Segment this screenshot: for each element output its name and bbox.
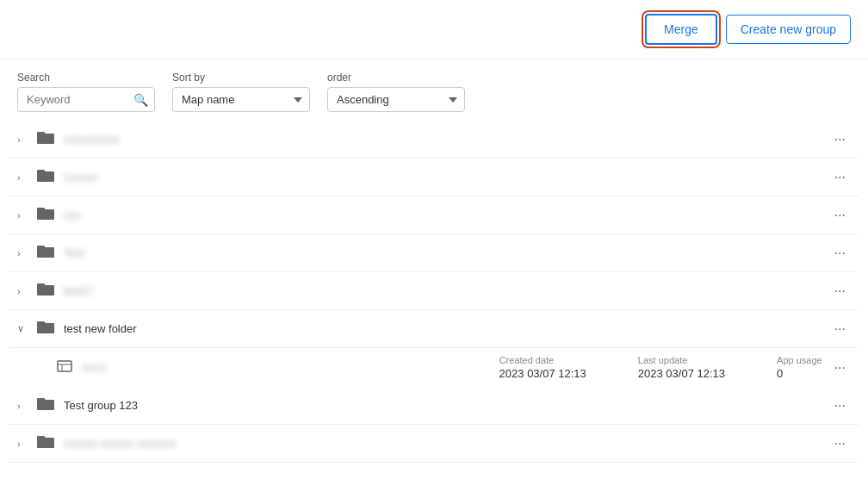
search-input[interactable] xyxy=(17,87,155,112)
item-name: test new folder xyxy=(64,322,822,335)
map-icon xyxy=(55,359,74,377)
sortby-control-group: Sort by Map name Created date Last updat… xyxy=(172,72,310,112)
folder-icon xyxy=(36,395,55,415)
list-item[interactable]: › xxxxxx··· xyxy=(9,159,859,196)
created-date-label: Created date xyxy=(499,355,586,365)
order-control-group: order Ascending Descending xyxy=(327,72,465,112)
chevron-icon: › xyxy=(17,401,31,411)
list-item[interactable]: › Test group 123··· xyxy=(9,387,859,425)
merge-button[interactable]: Merge xyxy=(645,14,717,45)
item-dots-menu[interactable]: ··· xyxy=(829,434,851,453)
item-name: Test group 123 xyxy=(64,399,822,412)
last-update-value: 2023 03/07 12:13 xyxy=(638,367,725,380)
item-name: xxxxxx xyxy=(64,171,822,184)
item-dots-menu[interactable]: ··· xyxy=(829,320,851,339)
app-usage-block: App usage0 xyxy=(777,355,822,380)
list-item[interactable]: › xxx··· xyxy=(9,196,859,234)
app-usage-value: 0 xyxy=(777,367,822,380)
search-label: Search xyxy=(17,72,155,84)
folder-icon xyxy=(36,205,55,225)
item-name: xxxxxx xxxxxx xxxxxxx xyxy=(64,437,822,450)
sortby-select[interactable]: Map name Created date Last update xyxy=(172,87,310,112)
create-new-group-button[interactable]: Create new group xyxy=(726,15,851,44)
top-bar: Merge Create new group xyxy=(0,0,868,59)
created-date-value: 2023 03/07 12:13 xyxy=(499,367,586,380)
item-dots-menu[interactable]: ··· xyxy=(829,168,851,187)
folder-icon xyxy=(36,129,55,149)
last-update-label: Last update xyxy=(638,355,725,365)
order-select[interactable]: Ascending Descending xyxy=(327,87,465,112)
folder-icon xyxy=(36,319,55,339)
folder-icon xyxy=(36,243,55,263)
chevron-icon: › xyxy=(17,134,31,145)
child-dots-menu[interactable]: ··· xyxy=(829,358,851,377)
chevron-icon: › xyxy=(17,210,31,221)
chevron-icon: › xyxy=(17,286,31,296)
created-date-block: Created date2023 03/07 12:13 xyxy=(499,355,586,380)
group-list: › xxxxxxxxxx···› xxxxxx···› xxx···› Test… xyxy=(0,121,868,463)
chevron-icon: ∨ xyxy=(17,323,31,334)
order-label: order xyxy=(327,72,465,84)
item-dots-menu[interactable]: ··· xyxy=(829,282,851,301)
list-item[interactable]: › Test··· xyxy=(9,234,859,272)
folder-icon xyxy=(36,433,55,453)
search-control-group: Search 🔍 xyxy=(17,72,155,112)
chevron-icon: › xyxy=(17,439,31,449)
chevron-icon: › xyxy=(17,172,31,183)
search-wrapper: 🔍 xyxy=(17,87,155,112)
controls-bar: Search 🔍 Sort by Map name Created date L… xyxy=(0,59,868,121)
item-name: xxx xyxy=(64,209,822,221)
item-dots-menu[interactable]: ··· xyxy=(829,244,851,263)
child-item-name: test1 xyxy=(83,361,152,374)
item-dots-menu[interactable]: ··· xyxy=(829,130,851,149)
list-item[interactable]: › xxxxxx xxxxxx xxxxxxx··· xyxy=(9,425,859,463)
meta-section: Created date2023 03/07 12:13Last update2… xyxy=(499,355,822,380)
list-item[interactable]: › xxxxxxxxxx··· xyxy=(9,121,859,159)
folder-icon xyxy=(36,281,55,301)
item-dots-menu[interactable]: ··· xyxy=(829,396,851,415)
list-item[interactable]: › test17··· xyxy=(9,272,859,310)
sortby-label: Sort by xyxy=(172,72,310,84)
item-name: xxxxxxxxxx xyxy=(64,133,822,146)
list-item[interactable]: ∨ test new folder··· xyxy=(9,310,859,348)
expanded-child-item: test1Created date2023 03/07 12:13Last up… xyxy=(9,348,859,387)
item-name: Test xyxy=(64,246,822,259)
folder-icon xyxy=(36,167,55,187)
app-usage-label: App usage xyxy=(777,355,822,365)
item-dots-menu[interactable]: ··· xyxy=(829,206,851,225)
last-update-block: Last update2023 03/07 12:13 xyxy=(638,355,725,380)
item-name: test17 xyxy=(64,284,822,297)
svg-rect-0 xyxy=(58,361,71,371)
chevron-icon: › xyxy=(17,248,31,258)
